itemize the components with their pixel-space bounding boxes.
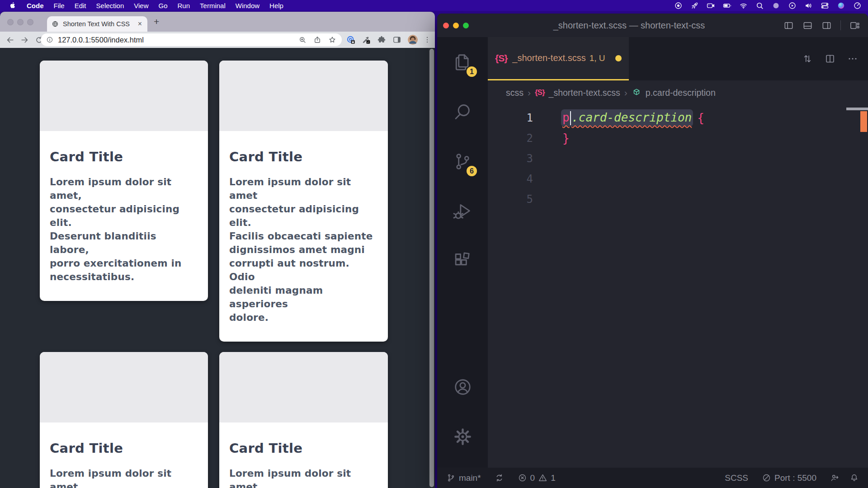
breadcrumb-symbol[interactable]: p.card-description	[646, 88, 716, 98]
menu-item[interactable]: File	[49, 2, 70, 9]
zoom-window-button[interactable]	[463, 23, 469, 28]
video-camera-icon[interactable]	[707, 1, 715, 10]
wifi-icon[interactable]	[739, 1, 748, 10]
live-server-status[interactable]: Port : 5500	[762, 473, 816, 483]
toggle-primary-sidebar-icon[interactable]	[783, 20, 794, 31]
activity-bar-item[interactable]	[437, 87, 488, 136]
unsaved-changes-dot[interactable]	[615, 55, 622, 61]
menu-item[interactable]: Help	[264, 2, 288, 9]
card-image-placeholder	[40, 61, 208, 131]
browser-window: Shorten Text With CSS × + 127.0.0.1:5500…	[0, 12, 435, 488]
git-branch-status[interactable]: main*	[446, 473, 481, 483]
line-number[interactable]: 5	[488, 193, 533, 206]
control-center-icon[interactable]	[821, 1, 829, 10]
open-changes-icon[interactable]	[802, 53, 813, 64]
breadcrumb-folder[interactable]: scss	[506, 88, 524, 98]
feedback-status[interactable]	[830, 473, 840, 483]
activity-bar-item[interactable]: 1	[437, 37, 488, 87]
colorpicker-extension-icon[interactable]	[362, 35, 371, 44]
new-tab-button[interactable]: +	[154, 17, 159, 26]
extensions-puzzle-icon[interactable]	[377, 35, 386, 44]
code-content: p.card-description{ }	[562, 108, 704, 148]
line-number[interactable]: 4	[488, 173, 533, 185]
menu-item[interactable]: Window	[231, 2, 264, 9]
minimize-window-button[interactable]	[453, 23, 459, 28]
card-title: Card Title	[50, 441, 196, 456]
menu-item[interactable]: Go	[154, 2, 173, 9]
vscode-window: _shorten-text.scss — shorten-text-css 1	[437, 14, 868, 488]
menu-item[interactable]: Run	[173, 2, 195, 9]
zoom-in-icon[interactable]	[298, 36, 307, 44]
more-actions-icon[interactable]	[847, 53, 858, 64]
apple-icon[interactable]	[9, 1, 16, 9]
activity-bar: 1 6	[437, 37, 488, 468]
bookmark-star-icon[interactable]	[328, 36, 336, 44]
menu-item[interactable]: Terminal	[195, 2, 231, 9]
line-number[interactable]: 1	[488, 112, 533, 124]
error-count: 0	[530, 473, 535, 483]
breadcrumb-separator: ›	[528, 87, 531, 98]
browser-menu-icon[interactable]	[423, 36, 431, 44]
close-window-button[interactable]	[443, 23, 449, 28]
rocket-icon[interactable]	[690, 1, 699, 10]
settings-gear-icon	[453, 427, 473, 447]
browser-tab-strip[interactable]: Shorten Text With CSS × +	[0, 12, 435, 32]
browser-tab[interactable]: Shorten Text With CSS ×	[47, 16, 147, 32]
problems-status[interactable]: 0 1	[518, 473, 556, 483]
activity-bar-item[interactable]	[437, 236, 488, 286]
menu-item[interactable]: View	[129, 2, 153, 9]
editor-tab[interactable]: {S} _shorten-text.scss 1, U	[488, 37, 629, 80]
toggle-panel-icon[interactable]	[802, 20, 813, 31]
line-number[interactable]: 3	[488, 152, 533, 165]
browser-extensions-area	[340, 32, 431, 48]
site-info-icon[interactable]	[46, 36, 53, 43]
code-editor[interactable]: 1 2 3 4	[488, 105, 868, 468]
screen-record-icon[interactable]	[674, 1, 683, 10]
customize-layout-icon[interactable]	[849, 20, 860, 31]
scss-file-icon: {S}	[535, 88, 545, 97]
siri-icon[interactable]	[837, 1, 845, 10]
breadcrumbs: scss › {S} _shorten-text.scss › p.card-d…	[488, 80, 868, 105]
play-circle-icon[interactable]	[788, 1, 797, 10]
menu-app-name[interactable]: Code	[22, 2, 49, 9]
zoom-window-button[interactable]	[27, 19, 33, 25]
spotlight-icon[interactable]	[755, 1, 764, 10]
activity-bar-item[interactable]: 6	[437, 136, 488, 186]
account-icon	[453, 377, 473, 397]
activity-bar-item[interactable]	[437, 412, 488, 461]
language-mode[interactable]: SCSS	[725, 473, 748, 483]
address-bar[interactable]: 127.0.0.1:5500/index.html	[41, 33, 342, 46]
sync-changes[interactable]	[495, 473, 504, 483]
split-editor-icon[interactable]	[825, 53, 835, 64]
minimize-window-button[interactable]	[17, 19, 24, 25]
close-tab-icon[interactable]: ×	[137, 20, 143, 28]
volume-icon[interactable]	[804, 1, 813, 10]
breadcrumb-file[interactable]: _shorten-text.scss	[549, 88, 620, 98]
url-text[interactable]: 127.0.0.1:5500/index.html	[58, 36, 292, 44]
battery-icon[interactable]	[723, 1, 731, 10]
clock-icon[interactable]	[853, 1, 862, 10]
close-window-button[interactable]	[7, 19, 14, 25]
share-icon[interactable]	[313, 36, 321, 44]
page-scrollbar-thumb[interactable]	[429, 49, 434, 487]
menu-item[interactable]: Edit	[70, 2, 91, 9]
vscode-status-bar: main* 0 1 SCSS Port : 5500	[437, 468, 868, 488]
back-icon[interactable]	[6, 36, 14, 44]
notifications-status[interactable]	[849, 473, 859, 483]
status-dot-icon[interactable]	[772, 1, 780, 10]
profile-avatar[interactable]	[408, 35, 418, 45]
activity-bar-item[interactable]	[437, 186, 488, 236]
vscode-title-bar[interactable]: _shorten-text.scss — shorten-text-css	[437, 14, 868, 37]
card-description: Lorem ipsum dolor sit amet, consectetur …	[50, 175, 196, 284]
forward-icon[interactable]	[20, 36, 29, 44]
code-line-2: }	[562, 128, 704, 148]
side-panel-icon[interactable]	[392, 35, 401, 44]
port-label: Port : 5500	[774, 473, 816, 483]
page-scrollbar	[429, 48, 435, 488]
card-image-placeholder	[40, 352, 208, 422]
menu-item[interactable]: Selection	[91, 2, 129, 9]
line-number[interactable]: 2	[488, 132, 533, 145]
toggle-secondary-sidebar-icon[interactable]	[821, 20, 832, 31]
activity-bar-item[interactable]	[437, 362, 488, 412]
password-manager-extension-icon[interactable]	[346, 35, 355, 44]
